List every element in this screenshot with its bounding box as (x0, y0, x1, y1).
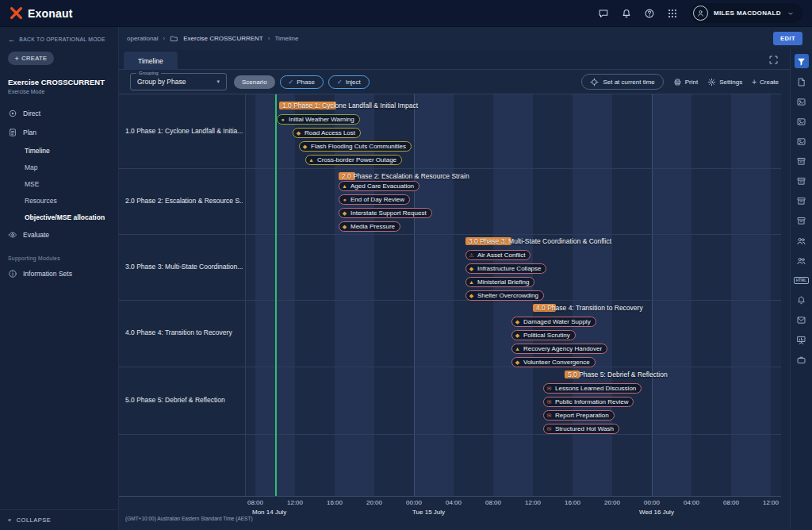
user-menu[interactable]: MILES MACDONALD (690, 3, 802, 23)
inject-chip[interactable]: ◆Road Access Lost (293, 128, 361, 138)
bell-icon[interactable] (795, 294, 808, 306)
tab-timeline[interactable]: Timeline (124, 52, 178, 70)
grouping-value: Group by Phase (137, 78, 186, 86)
mail-icon[interactable] (795, 313, 808, 326)
notifications-bell-icon[interactable] (621, 8, 632, 19)
day-separator-line (414, 94, 415, 496)
sidebar-item-evaluate[interactable]: Evaluate (0, 225, 118, 244)
grouping-select[interactable]: Grouping Group by Phase ▾ (130, 73, 227, 90)
sidebar-item-direct[interactable]: Direct (0, 104, 118, 123)
inject-chip[interactable]: ●Initial Weather Warning (277, 114, 360, 125)
row-separator (119, 367, 781, 367)
information-sets-label: Information Sets (23, 270, 72, 278)
axis-day-label: Tue 15 July (412, 509, 445, 516)
inject-chip[interactable]: ✉Public Information Review (543, 397, 634, 407)
html-icon[interactable]: HTML (795, 274, 808, 286)
inject-chip[interactable]: ✉Report Preparation (543, 410, 615, 421)
inject-chip[interactable]: ✉Lessons Learned Discussion (543, 383, 642, 394)
inject-chip[interactable]: ◆Damaged Water Supply (511, 317, 596, 327)
inject-chip[interactable]: ◆Political Scrutiny (511, 330, 576, 340)
gear-icon (707, 78, 716, 86)
info-icon (8, 269, 17, 278)
inject-label: Road Access Lost (304, 129, 355, 137)
sidebar-item-mse[interactable]: MSE (0, 175, 118, 192)
fullscreen-icon[interactable] (768, 55, 779, 65)
chart-icon[interactable] (795, 333, 808, 346)
timezone-label: (GMT+10:00) Australian Eastern Standard … (125, 516, 253, 521)
inject-type-icon: ▲ (514, 345, 521, 352)
breadcrumb-row: operational › Exercise CROSSCURRENT › Ti… (119, 27, 812, 49)
printer-icon (673, 78, 682, 86)
back-to-operational-mode-button[interactable]: ← BACK TO OPERATIONAL MODE (0, 27, 118, 42)
inject-label: Aged Care Evacuation (350, 182, 414, 190)
inject-chip[interactable]: ◆Infrastructure Collapse (465, 263, 546, 274)
chat-icon[interactable] (598, 8, 609, 19)
sidebar-item-objective-mse-allocation[interactable]: Objective/MSE allocation (0, 209, 118, 225)
timeline-toolbar: Grouping Group by Phase ▾ Scenario✓Phase… (119, 70, 790, 94)
row-separator (119, 300, 781, 301)
filter-chip-inject[interactable]: ✓Inject (328, 75, 370, 89)
day-separator-line (652, 94, 653, 496)
users-icon[interactable] (795, 234, 808, 247)
help-icon[interactable] (644, 8, 655, 19)
inject-chip[interactable]: ◆Media Pressure (339, 221, 400, 232)
briefcase-icon[interactable] (795, 353, 808, 366)
phase-bar-label: 1.0 Phase 1: Cyclone Landfall & Initial … (282, 102, 418, 109)
right-icon-rail: HTML (790, 49, 812, 530)
inject-chip[interactable]: ◆Flash Flooding Cuts Communities (299, 141, 412, 152)
inject-chip[interactable]: ▲Aged Care Evacuation (339, 181, 419, 191)
inject-chip[interactable]: ◆Shelter Overcrowding (465, 290, 544, 301)
set-at-current-time-button[interactable]: Set at current time (581, 74, 663, 90)
archive-icon-3[interactable] (795, 194, 808, 207)
inject-type-icon: ⚠ (468, 252, 475, 259)
timeline-plot[interactable]: 1.0 Phase 1: Cyclone Landfall & Initial … (246, 94, 781, 496)
clipboard-icon (8, 128, 17, 137)
image-icon-3[interactable] (795, 135, 808, 148)
inject-chip[interactable]: ⚠Air Asset Conflict (465, 250, 530, 260)
edit-button[interactable]: EDIT (773, 32, 802, 45)
filter-chip-scenario[interactable]: Scenario (234, 75, 275, 89)
inject-chip[interactable]: ▲Cross-border Power Outage (305, 155, 402, 165)
inject-chip[interactable]: ▲Ministerial Briefing (465, 277, 534, 287)
settings-button[interactable]: Settings (707, 78, 742, 86)
inject-chip[interactable]: ●End of Day Review (339, 194, 410, 205)
sidebar-item-resources[interactable]: Resources (0, 192, 118, 209)
create-button[interactable]: + CREATE (8, 52, 54, 65)
sidebar-item-timeline[interactable]: Timeline (0, 142, 118, 159)
image-icon-2[interactable] (795, 115, 808, 128)
apps-grid-icon[interactable] (667, 8, 678, 19)
inject-chip[interactable]: ◆Volunteer Convergence (511, 357, 596, 367)
create-inject-button[interactable]: + Create (752, 79, 779, 86)
users-icon-2[interactable] (795, 254, 808, 267)
breadcrumb-operational[interactable]: operational (127, 35, 159, 42)
filter-icon[interactable] (795, 54, 809, 68)
sidebar-item-information-sets[interactable]: Information Sets (0, 264, 118, 283)
file-icon[interactable] (795, 75, 808, 88)
filter-chip-phase[interactable]: ✓Phase (280, 75, 324, 89)
chevron-right-icon: › (268, 35, 270, 42)
inject-type-icon: ✉ (546, 425, 553, 432)
breadcrumb-exercise[interactable]: Exercise CROSSCURRENT (183, 35, 262, 42)
collapse-button[interactable]: « COLLAPSE (0, 509, 118, 530)
breadcrumb-timeline: Timeline (274, 35, 298, 42)
plan-label: Plan (23, 129, 36, 136)
inject-type-icon: ✉ (546, 412, 553, 419)
inject-type-icon: ◆ (468, 292, 475, 299)
print-button[interactable]: Print (673, 78, 698, 86)
sidebar-item-map[interactable]: Map (0, 159, 118, 175)
axis-tick-label: 16:00 (565, 499, 580, 506)
inject-chip[interactable]: ✉Structured Hot Wash (543, 424, 619, 434)
image-icon[interactable] (795, 95, 808, 108)
tab-bar: Timeline (119, 49, 790, 70)
inject-type-icon: ◆ (295, 129, 302, 136)
archive-icon[interactable] (795, 155, 808, 167)
chip-label: Scenario (242, 79, 267, 86)
inject-chip[interactable]: ▲Recovery Agency Handover (511, 344, 607, 354)
inject-chip[interactable]: ◆Interstate Support Request (339, 208, 432, 218)
filter-chips: Scenario✓Phase✓Inject (234, 75, 370, 89)
phase-bar-label: 3.0 Phase 3: Multi-State Coordination & … (469, 237, 611, 245)
brand[interactable]: Exonaut (10, 6, 73, 20)
sidebar-item-plan[interactable]: Plan (0, 123, 118, 142)
archive-icon-4[interactable] (795, 214, 808, 227)
archive-icon-2[interactable] (795, 175, 808, 187)
